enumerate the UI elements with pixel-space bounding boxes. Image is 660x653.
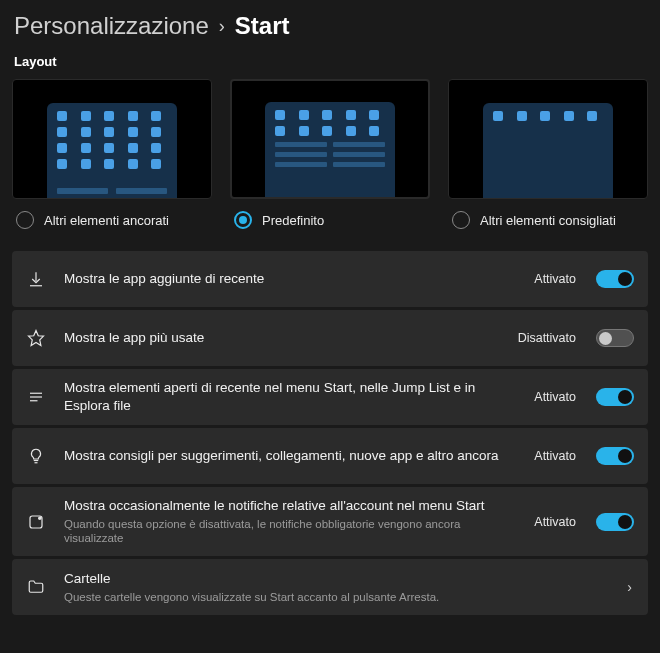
setting-tips[interactable]: Mostra consigli per suggerimenti, colleg… <box>12 428 648 484</box>
notify-icon <box>26 513 46 531</box>
breadcrumb: Personalizzazione › Start <box>12 12 648 40</box>
toggle-account-notify[interactable] <box>596 513 634 531</box>
setting-subtitle: Quando questa opzione è disattivata, le … <box>64 517 516 547</box>
section-label-layout: Layout <box>12 54 648 69</box>
layout-label: Altri elementi ancorati <box>44 213 169 228</box>
layout-radio-default[interactable]: Predefinito <box>230 211 430 229</box>
list-icon <box>26 388 46 406</box>
layout-preview-more-pinned[interactable] <box>12 79 212 199</box>
layout-radio-more-recommended[interactable]: Altri elementi consigliati <box>448 211 648 229</box>
toggle-recent-apps[interactable] <box>596 270 634 288</box>
toggle-state-label: Attivato <box>534 272 576 286</box>
chevron-right-icon: › <box>219 16 225 37</box>
layout-options: Altri elementi ancorati Predefinito <box>12 79 648 229</box>
layout-option-more-recommended[interactable]: Altri elementi consigliati <box>448 79 648 229</box>
setting-title: Mostra consigli per suggerimenti, colleg… <box>64 447 516 465</box>
setting-title: Mostra elementi aperti di recente nel me… <box>64 379 516 414</box>
svg-marker-0 <box>29 331 44 346</box>
layout-radio-more-pinned[interactable]: Altri elementi ancorati <box>12 211 212 229</box>
toggle-most-used[interactable] <box>596 329 634 347</box>
layout-option-more-pinned[interactable]: Altri elementi ancorati <box>12 79 212 229</box>
setting-recent-items[interactable]: Mostra elementi aperti di recente nel me… <box>12 369 648 425</box>
toggle-state-label: Attivato <box>534 449 576 463</box>
setting-subtitle: Queste cartelle vengono visualizzate su … <box>64 590 603 605</box>
star-icon <box>26 329 46 347</box>
layout-label: Predefinito <box>262 213 324 228</box>
setting-account-notify[interactable]: Mostra occasionalmente le notifiche rela… <box>12 487 648 556</box>
toggle-state-label: Disattivato <box>518 331 576 345</box>
radio-icon <box>234 211 252 229</box>
layout-option-default[interactable]: Predefinito <box>230 79 430 229</box>
setting-recent-apps[interactable]: Mostra le app aggiunte di recente Attiva… <box>12 251 648 307</box>
setting-title: Cartelle <box>64 570 603 588</box>
setting-most-used[interactable]: Mostra le app più usate Disattivato <box>12 310 648 366</box>
setting-folders[interactable]: Cartelle Queste cartelle vengono visuali… <box>12 559 648 615</box>
toggle-recent-items[interactable] <box>596 388 634 406</box>
layout-preview-more-recommended[interactable] <box>448 79 648 199</box>
setting-title: Mostra le app più usate <box>64 329 500 347</box>
svg-point-5 <box>38 516 41 519</box>
toggle-state-label: Attivato <box>534 515 576 529</box>
radio-icon <box>16 211 34 229</box>
folder-icon <box>26 578 46 596</box>
download-icon <box>26 270 46 288</box>
chevron-right-icon: › <box>621 579 634 595</box>
layout-preview-default[interactable] <box>230 79 430 199</box>
layout-label: Altri elementi consigliati <box>480 213 616 228</box>
toggle-state-label: Attivato <box>534 390 576 404</box>
bulb-icon <box>26 447 46 465</box>
radio-icon <box>452 211 470 229</box>
settings-list: Mostra le app aggiunte di recente Attiva… <box>12 251 648 615</box>
breadcrumb-current: Start <box>235 12 290 40</box>
toggle-tips[interactable] <box>596 447 634 465</box>
setting-title: Mostra le app aggiunte di recente <box>64 270 516 288</box>
breadcrumb-parent[interactable]: Personalizzazione <box>14 12 209 40</box>
setting-title: Mostra occasionalmente le notifiche rela… <box>64 497 516 515</box>
